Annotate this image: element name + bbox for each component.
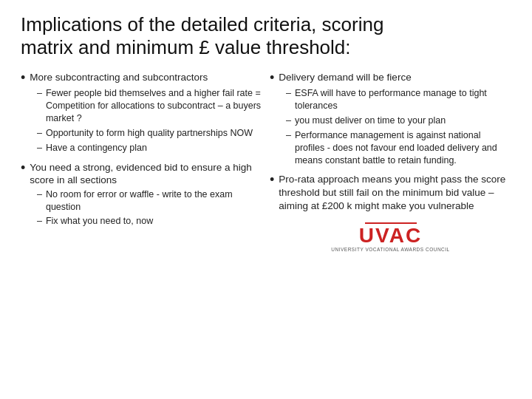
right-bullet-1-subs: – ESFA will have to performance manage t… [286, 87, 511, 166]
right-bullet-2-text: Pro-rata approach means you might pass t… [279, 173, 511, 212]
left-bullet-2-subs: – No room for error or waffle - write to… [37, 188, 262, 228]
right-bullet-1-text: Delivery demand will be fierce [279, 71, 411, 86]
left-sub-1-3: – Have a contingency plan [37, 142, 262, 154]
left-bullet-1-text: More subcontracting and subcontractors [30, 71, 208, 86]
title-line2: matrix and minimum £ value threshold: [21, 36, 351, 58]
right-sub-1-1: – ESFA will have to performance manage t… [286, 87, 511, 112]
logo-text: UVAC [359, 225, 422, 246]
content-columns: • More subcontracting and subcontractors… [21, 71, 511, 389]
logo-subtext: UNIVERSITY VOCATIONAL AWARDS COUNCIL [331, 247, 449, 252]
right-column: • Delivery demand will be fierce – ESFA … [270, 71, 511, 389]
bullet-dot-1: • [21, 71, 25, 86]
left-sub-1-2: – Opportunity to form high quality partn… [37, 127, 262, 140]
left-bullet-1-subs: – Fewer people bid themselves and a high… [37, 87, 262, 154]
bullet-dot-2: • [21, 161, 25, 187]
right-bullet-2: • Pro-rata approach means you might pass… [270, 173, 511, 214]
right-sub-1-2: – you must deliver on time to your plan [286, 115, 511, 127]
logo-area: UVAC UNIVERSITY VOCATIONAL AWARDS COUNCI… [270, 222, 511, 252]
right-sub-1-3: – Performance management is against nati… [286, 129, 511, 167]
page: Implications of the detailed criteria, s… [0, 0, 532, 399]
left-bullet-2-text: You need a strong, evidenced bid to ensu… [30, 161, 262, 187]
right-bullet-dot-2: • [270, 173, 274, 212]
left-column: • More subcontracting and subcontractors… [21, 71, 262, 389]
page-title: Implications of the detailed criteria, s… [21, 13, 511, 59]
left-sub-2-1: – No room for error or waffle - write to… [37, 188, 262, 214]
left-bullet-1: • More subcontracting and subcontractors… [21, 71, 262, 156]
right-bullet-1: • Delivery demand will be fierce – ESFA … [270, 71, 511, 168]
right-bullet-dot-1: • [270, 71, 274, 86]
left-bullet-2: • You need a strong, evidenced bid to en… [21, 161, 262, 231]
uvac-logo: UVAC UNIVERSITY VOCATIONAL AWARDS COUNCI… [331, 222, 449, 252]
title-line1: Implications of the detailed criteria, s… [21, 13, 383, 35]
left-sub-2-2: – Fix what you need to, now [37, 215, 262, 228]
left-sub-1-1: – Fewer people bid themselves and a high… [37, 87, 262, 125]
